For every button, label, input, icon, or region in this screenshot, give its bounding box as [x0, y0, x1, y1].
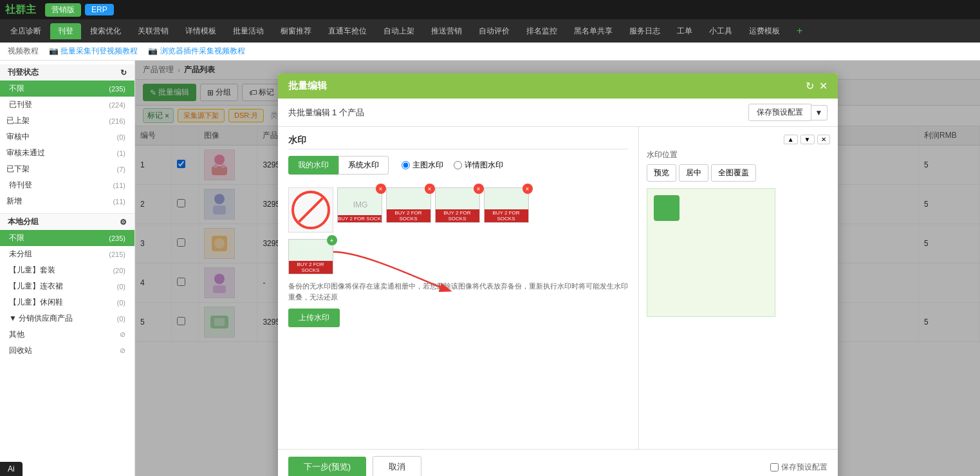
sidebar-item-unlimited[interactable]: 不限 (235): [0, 81, 134, 97]
sidebar-group-kids-shoes[interactable]: 【儿童】休闲鞋 (0): [0, 294, 134, 310]
tab-add[interactable]: +: [789, 23, 810, 39]
save-preset-arrow-btn[interactable]: ▼: [811, 105, 827, 120]
sidebar-item-onshelf[interactable]: 已上架 (216): [0, 113, 134, 129]
wm-thumb-close-2[interactable]: ×: [425, 184, 435, 194]
refresh-icon[interactable]: ↻: [120, 68, 127, 77]
tab-tuisong[interactable]: 推送营销: [423, 23, 470, 39]
sidebar-item-offshelf[interactable]: 已下架 (7): [0, 161, 134, 177]
sidebar-item-registered[interactable]: 已刊登 (224): [0, 97, 134, 113]
gear-icon[interactable]: ⚙: [120, 218, 127, 227]
wm-thumb-close-1[interactable]: ×: [376, 184, 386, 194]
watermark-tabs: 我的水印 系统水印: [288, 156, 389, 175]
wm-thumb-add-btn[interactable]: +: [327, 235, 337, 245]
sidebar-item-new[interactable]: 新增 (11): [0, 193, 134, 209]
app-logo: 社群主: [5, 3, 36, 17]
radio-detail-image[interactable]: 详情图水印: [454, 160, 503, 171]
section-close-btn[interactable]: ✕: [817, 135, 830, 144]
ai-label: Ai: [0, 462, 23, 476]
tab-rizhib[interactable]: 服务日志: [622, 23, 668, 39]
tab-zhitong[interactable]: 直通车抢位: [320, 23, 374, 39]
yxb-button[interactable]: 营销版: [45, 3, 81, 17]
tab-yunfei[interactable]: 运费模板: [741, 23, 788, 39]
next-step-button[interactable]: 下一步(预览): [288, 457, 367, 476]
tab-sousuo[interactable]: 搜索优化: [82, 23, 129, 39]
tutorial-item-2[interactable]: 📷 浏览器插件采集视频教程: [148, 46, 245, 57]
wm-thumb-item-4: × BUY 2 FOR SOCKS: [484, 187, 529, 233]
center-btn[interactable]: 居中: [679, 164, 708, 182]
tab-pingjia[interactable]: 自动评价: [471, 23, 517, 39]
position-label: 水印位置: [647, 149, 830, 160]
sidebar-group-ksh-label: 【儿童】休闲鞋: [9, 297, 63, 308]
position-grid[interactable]: [647, 188, 775, 317]
dialog-header: 批量编辑 ↻ ✕: [278, 73, 838, 99]
sidebar-group-kids-suits[interactable]: 【儿童】套装 (20): [0, 262, 134, 278]
radio-main-input[interactable]: [402, 161, 410, 169]
wm-thumb-img-4: BUY 2 FOR SOCKS: [484, 187, 529, 223]
wm-thumb-img-5: BUY 2 FOR SOCKS: [288, 239, 333, 274]
radio-detail-input[interactable]: [454, 161, 462, 169]
sidebar-item-rf-count: (1): [117, 149, 125, 157]
wm-thumb-close-3[interactable]: ×: [474, 184, 484, 194]
sidebar-item-pend-count: (11): [113, 182, 125, 189]
tab-chuchuang[interactable]: 橱窗推荐: [273, 23, 319, 39]
sidebar-status-header: 刊登状态 ↻: [0, 64, 134, 81]
dialog-right-panel: ▲ ▼ ✕ 水印位置 预览 居中 全图覆盖: [638, 127, 838, 449]
dialog-close-button[interactable]: ✕: [819, 80, 827, 92]
sidebar-group-unlimited[interactable]: 不限 (235): [0, 230, 134, 246]
tab-heimingdan[interactable]: 黑名单共享: [566, 23, 620, 39]
sidebar-group-header: 本地分组 ⚙: [0, 213, 134, 230]
watermark-section-title: 水印: [288, 135, 628, 149]
wm-thumb-close-4[interactable]: ×: [522, 184, 533, 194]
tab-quandian[interactable]: 全店诊断: [3, 23, 49, 39]
wm-thumb-item-1: × IMG BUY 2 FOR SOCK: [337, 187, 382, 233]
radio-main-image[interactable]: 主图水印: [402, 160, 443, 171]
section-up-btn[interactable]: ▲: [784, 135, 798, 144]
tab-gongdan[interactable]: 工单: [669, 23, 700, 39]
wm-thumb-banner-2: BUY 2 FOR SOCKS: [387, 209, 430, 222]
upload-watermark-btn[interactable]: 上传水印: [288, 309, 340, 327]
tab-kandeng[interactable]: 刊登: [50, 23, 81, 39]
dialog-refresh-button[interactable]: ↻: [806, 80, 814, 92]
tutorial-item-1[interactable]: 📷 批量采集刊登视频教程: [49, 46, 138, 57]
tab-paiming[interactable]: 排名监控: [519, 23, 565, 39]
tab-my-watermark[interactable]: 我的水印: [288, 156, 338, 175]
dialog-info-text: 共批量编辑 1 个产品: [288, 107, 364, 119]
sidebar-group-other[interactable]: 其他 ⊘: [0, 327, 134, 343]
watermark-radio-group: 主图水印 详情图水印: [402, 160, 503, 171]
save-preset-main-btn[interactable]: 保存预设配置: [748, 104, 811, 121]
no-watermark-placeholder: [288, 187, 333, 233]
cancel-button[interactable]: 取消: [373, 456, 421, 476]
tab-xiangqing[interactable]: 详情模板: [178, 23, 224, 39]
content-area: 刊登状态 ↻ 不限 (235) 已刊登 (224) 已上架 (216) 审核中 …: [0, 61, 980, 476]
sidebar-group-sup-count: (0): [117, 315, 125, 323]
sidebar-group-oth-label: 其他: [9, 329, 24, 340]
save-preset-label: 保存预设配置: [781, 462, 827, 473]
save-preset-checkbox[interactable]: [770, 463, 779, 471]
sidebar-group-ungrouped[interactable]: 未分组 (215): [0, 246, 134, 262]
sidebar-item-reviewing-label: 审核中: [6, 131, 30, 142]
sidebar-item-new-label: 新增: [6, 196, 22, 207]
tab-zidong[interactable]: 自动上架: [376, 23, 422, 39]
tab-guanlian[interactable]: 关联营销: [130, 23, 176, 39]
sidebar-group-supplier[interactable]: ▼ 分销供应商产品 (0): [0, 310, 134, 327]
preview-btn[interactable]: 预览: [647, 164, 676, 182]
sidebar-item-unlimited-count: (235): [109, 85, 125, 93]
sidebar-item-review-failed[interactable]: 审核未通过 (1): [0, 145, 134, 161]
wm-thumb-banner-3: BUY 2 FOR SOCKS: [436, 209, 479, 222]
erp-button[interactable]: ERP: [85, 4, 114, 15]
tab-system-watermark[interactable]: 系统水印: [338, 156, 389, 175]
sidebar-group-recycle[interactable]: 回收站 ⊘: [0, 343, 134, 359]
sidebar-group-kids-dress[interactable]: 【儿童】连衣裙 (0): [0, 278, 134, 294]
sidebar-item-reviewing[interactable]: 审核中 (0): [0, 129, 134, 145]
sidebar-group-kd-count: (0): [117, 283, 125, 290]
full-cover-btn[interactable]: 全图覆盖: [711, 164, 756, 182]
tab-piliang[interactable]: 批量活动: [225, 23, 272, 39]
wm-thumb-banner-1: BUY 2 FOR SOCK: [338, 215, 382, 222]
sidebar-item-onshelf-count: (216): [109, 117, 125, 125]
tab-xiaogongju[interactable]: 小工具: [701, 23, 740, 39]
sidebar-item-pending[interactable]: 待刊登 (11): [0, 177, 134, 193]
svg-text:IMG: IMG: [353, 200, 367, 209]
section-down-btn[interactable]: ▼: [800, 135, 815, 144]
sidebar-item-unlimited-label: 不限: [9, 83, 24, 94]
wm-annotation-area: + BUY 2 FOR SOCKS: [288, 239, 628, 274]
